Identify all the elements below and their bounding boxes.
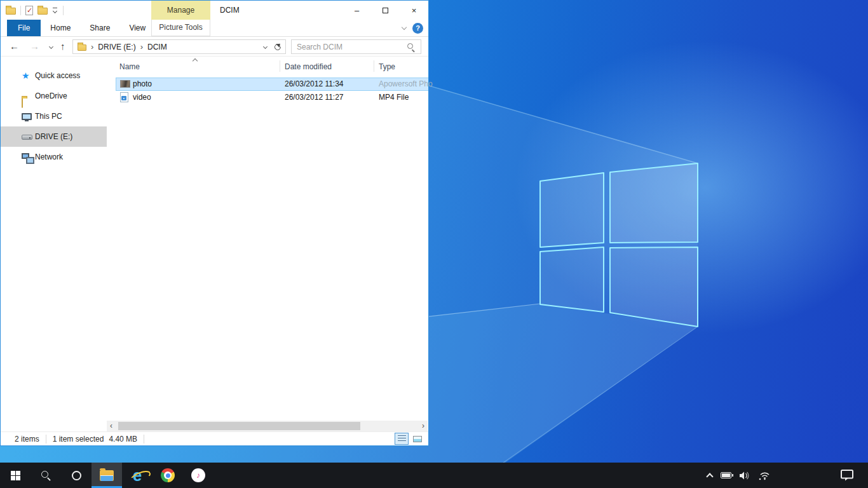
- column-divider[interactable]: [280, 60, 280, 72]
- drive-icon: [22, 135, 32, 140]
- file-type: Apowersoft Pho: [379, 78, 433, 91]
- ribbon-collapse-chevron-icon[interactable]: [402, 25, 407, 30]
- back-button[interactable]: ←: [10, 37, 19, 56]
- title-bar: Manage DCIM – ×: [1, 1, 428, 20]
- breadcrumb-drive[interactable]: DRIVE (E:): [98, 43, 135, 51]
- tab-picture-tools[interactable]: Picture Tools: [151, 20, 210, 36]
- quick-access-toolbar: [6, 1, 64, 20]
- column-header-row: Name Date modified Type: [107, 57, 428, 74]
- internet-explorer-icon: e: [133, 468, 142, 483]
- scroll-left-arrow-icon[interactable]: ‹: [110, 421, 112, 431]
- items-count: 2 items: [15, 435, 39, 444]
- sidebar-item-quick-access[interactable]: ★ Quick access: [1, 65, 107, 86]
- sidebar-item-label: DRIVE (E:): [35, 132, 72, 141]
- status-bar: 2 items 1 item selected 4.40 MB: [1, 431, 428, 445]
- view-toggle-buttons: [395, 433, 424, 445]
- sidebar-item-this-pc[interactable]: This PC: [1, 106, 107, 126]
- file-explorer-icon: [100, 470, 114, 481]
- address-folder-icon: [78, 44, 86, 51]
- maximize-button[interactable]: [371, 1, 400, 20]
- tab-file[interactable]: File: [7, 20, 41, 36]
- sidebar-item-drive-e[interactable]: DRIVE (E:): [1, 126, 107, 147]
- divider: [20, 6, 21, 15]
- cortana-button[interactable]: [61, 463, 92, 488]
- file-row-video[interactable]: video 26/03/2012 11:27 MP4 File: [107, 91, 428, 104]
- ribbon-contextual-group-manage[interactable]: Manage: [151, 1, 210, 20]
- taskbar-search-button[interactable]: [31, 463, 61, 488]
- photo-thumbnail-icon: [120, 80, 130, 88]
- file-date-modified: 26/03/2012 11:34: [285, 78, 344, 91]
- column-header-name[interactable]: Name: [119, 62, 140, 71]
- desktop: Manage DCIM – × File Home Share View Pic…: [0, 0, 868, 488]
- breadcrumb-chevron-icon: ›: [91, 40, 93, 53]
- scroll-right-arrow-icon[interactable]: ›: [422, 421, 424, 431]
- details-view-icon: [398, 435, 406, 442]
- up-button[interactable]: ↑: [60, 37, 65, 56]
- video-file-icon: [120, 92, 128, 102]
- tab-home[interactable]: Home: [41, 20, 80, 36]
- breadcrumb-dcim[interactable]: DCIM: [147, 43, 167, 51]
- divider: [63, 6, 64, 15]
- search-icon: [41, 470, 51, 480]
- horizontal-scrollbar[interactable]: ‹ ›: [107, 421, 428, 431]
- divider: [144, 435, 144, 444]
- recent-locations-chevron-icon[interactable]: [49, 36, 54, 55]
- thumbnails-view-button[interactable]: [410, 433, 424, 445]
- action-center-button[interactable]: [840, 469, 854, 484]
- minimize-button[interactable]: –: [342, 1, 371, 20]
- address-dropdown-chevron-icon[interactable]: [263, 45, 268, 50]
- sidebar-item-onedrive[interactable]: OneDrive: [1, 86, 107, 106]
- scrollbar-thumb[interactable]: [118, 422, 360, 430]
- breadcrumb-chevron-icon: ›: [140, 40, 143, 53]
- navigation-bar: ← → ↑ › DRIVE (E:) › DCIM: [1, 37, 428, 57]
- battery-icon[interactable]: [721, 472, 731, 478]
- help-button[interactable]: ?: [412, 23, 423, 34]
- file-rows: photo 26/03/2012 11:34 Apowersoft Pho vi…: [107, 78, 428, 104]
- file-row-photo[interactable]: photo 26/03/2012 11:34 Apowersoft Pho: [107, 78, 428, 91]
- forward-button[interactable]: →: [30, 37, 39, 56]
- quick-access-star-icon: ★: [22, 65, 30, 86]
- chrome-icon: [161, 468, 175, 482]
- address-bar[interactable]: › DRIVE (E:) › DCIM: [72, 39, 286, 54]
- customize-qat-chevron-icon[interactable]: [52, 6, 58, 14]
- column-header-type[interactable]: Type: [379, 62, 395, 71]
- file-type: MP4 File: [379, 91, 409, 104]
- file-name: video: [133, 91, 151, 104]
- taskbar-file-explorer-button[interactable]: [92, 463, 122, 488]
- search-input[interactable]: [292, 40, 405, 53]
- search-box: [291, 39, 421, 54]
- close-button[interactable]: ×: [400, 1, 428, 20]
- search-icon[interactable]: [407, 43, 415, 51]
- divider: [46, 435, 46, 444]
- windows-start-icon: [11, 471, 20, 480]
- thumbnails-view-icon: [413, 436, 422, 442]
- itunes-icon: ♪: [191, 468, 205, 482]
- sidebar-item-network[interactable]: Network: [1, 147, 107, 167]
- column-header-date-modified[interactable]: Date modified: [285, 62, 332, 71]
- itunes-button[interactable]: ♪: [183, 463, 214, 488]
- explorer-body: ★ Quick access OneDrive This PC DRIVE (E…: [1, 57, 428, 421]
- tab-share[interactable]: Share: [80, 20, 119, 36]
- volume-icon[interactable]: [739, 471, 750, 480]
- network-computers-icon: [22, 153, 29, 159]
- internet-explorer-button[interactable]: e: [122, 463, 153, 488]
- sidebar-item-label: Quick access: [35, 71, 80, 80]
- cortana-circle-icon: [72, 471, 81, 480]
- action-center-icon: [840, 469, 854, 481]
- tray-expand-chevron-icon[interactable]: [707, 473, 713, 478]
- start-button[interactable]: [0, 463, 31, 488]
- sidebar-item-label: This PC: [35, 112, 62, 121]
- chrome-button[interactable]: [153, 463, 183, 488]
- selection-count: 1 item selected: [53, 435, 104, 444]
- taskbar-apps: e ♪: [0, 463, 214, 488]
- properties-icon[interactable]: [25, 6, 33, 15]
- sidebar-item-label: Network: [35, 152, 63, 161]
- tab-view[interactable]: View: [119, 20, 155, 36]
- wifi-icon[interactable]: [758, 471, 770, 480]
- new-folder-icon[interactable]: [37, 8, 48, 15]
- details-view-button[interactable]: [395, 433, 409, 445]
- file-explorer-window: Manage DCIM – × File Home Share View Pic…: [0, 0, 429, 446]
- column-divider[interactable]: [374, 60, 374, 72]
- refresh-icon[interactable]: [274, 43, 281, 51]
- ribbon-tabs: File Home Share View: [7, 20, 428, 36]
